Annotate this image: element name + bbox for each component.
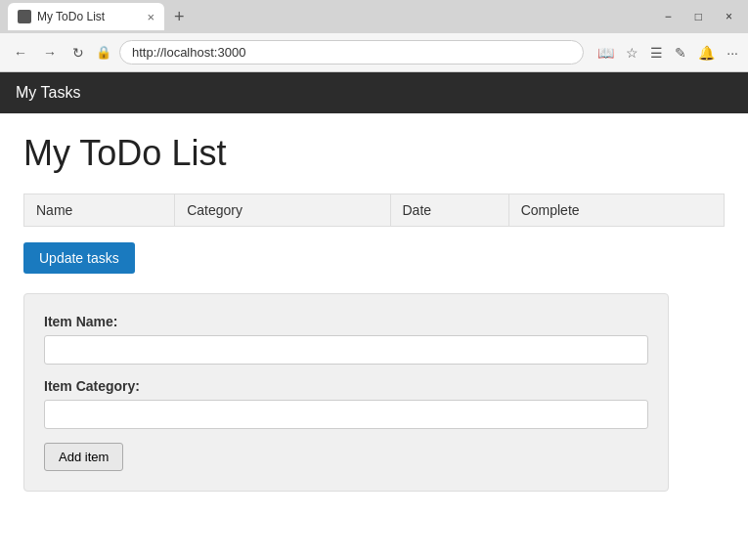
table-header-row: Name Category Date Complete bbox=[24, 194, 725, 227]
lock-icon: 🔒 bbox=[96, 45, 111, 60]
tab-bar: My ToDo List × + − □ × bbox=[0, 0, 748, 33]
table-header: Name Category Date Complete bbox=[24, 194, 725, 227]
address-bar: ← → ↻ 🔒 📖 ☆ ☰ ✎ 🔔 ··· bbox=[0, 33, 748, 72]
browser-tab[interactable]: My ToDo List × bbox=[8, 3, 164, 30]
edit-icon[interactable]: ✎ bbox=[675, 45, 686, 61]
browser-chrome: My ToDo List × + − □ × ← → ↻ 🔒 📖 ☆ ☰ ✎ 🔔… bbox=[0, 0, 748, 72]
window-close-button[interactable]: × bbox=[718, 8, 740, 25]
column-name: Name bbox=[24, 194, 175, 227]
notifications-icon[interactable]: 🔔 bbox=[698, 45, 715, 61]
tab-title: My ToDo List bbox=[37, 10, 105, 23]
more-options-icon[interactable]: ··· bbox=[726, 45, 738, 61]
app-header: My Tasks bbox=[0, 72, 748, 113]
item-category-input[interactable] bbox=[44, 400, 648, 429]
bookmark-icon[interactable]: ☆ bbox=[626, 45, 638, 61]
new-tab-button[interactable]: + bbox=[168, 7, 191, 27]
column-complete: Complete bbox=[508, 194, 724, 227]
window-minimize-button[interactable]: − bbox=[657, 8, 680, 25]
menu-icon[interactable]: ☰ bbox=[650, 45, 663, 61]
item-category-label: Item Category: bbox=[44, 378, 648, 394]
update-tasks-button[interactable]: Update tasks bbox=[23, 242, 135, 274]
address-input[interactable] bbox=[119, 40, 584, 65]
back-button[interactable]: ← bbox=[10, 43, 31, 63]
add-item-button[interactable]: Add item bbox=[44, 443, 123, 471]
item-name-group: Item Name: bbox=[44, 314, 648, 365]
todo-table: Name Category Date Complete bbox=[23, 194, 725, 227]
window-restore-button[interactable]: □ bbox=[687, 8, 710, 25]
item-name-label: Item Name: bbox=[44, 314, 648, 329]
reader-view-icon[interactable]: 📖 bbox=[597, 45, 614, 61]
item-name-input[interactable] bbox=[44, 335, 648, 365]
page-title: My ToDo List bbox=[23, 133, 725, 174]
tab-close-button[interactable]: × bbox=[147, 10, 154, 24]
window-controls: − □ × bbox=[657, 8, 740, 25]
column-date: Date bbox=[390, 194, 508, 227]
forward-button[interactable]: → bbox=[39, 43, 61, 63]
add-item-form: Item Name: Item Category: Add item bbox=[23, 293, 669, 492]
app-header-title: My Tasks bbox=[16, 84, 80, 101]
column-category: Category bbox=[175, 194, 390, 227]
tab-favicon bbox=[18, 10, 31, 23]
app-body: My ToDo List Name Category Date Complete… bbox=[0, 113, 748, 511]
refresh-button[interactable]: ↻ bbox=[68, 43, 88, 63]
item-category-group: Item Category: bbox=[44, 378, 648, 429]
browser-toolbar-icons: 📖 ☆ ☰ ✎ 🔔 ··· bbox=[597, 45, 738, 61]
